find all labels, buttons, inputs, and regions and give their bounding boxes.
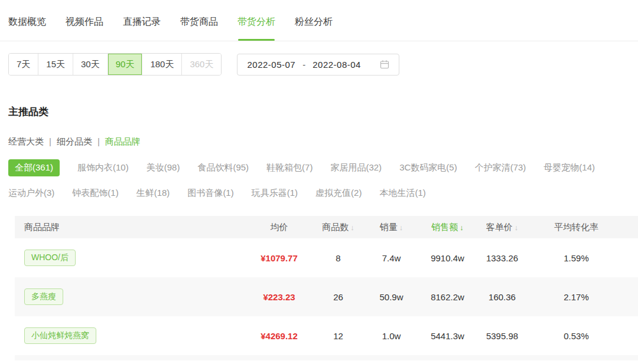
nav-tab[interactable]: 数据概览 (8, 16, 46, 41)
customer-price-cell: 5395.98 (476, 331, 529, 341)
table-row-partial (15, 355, 638, 360)
col-product-count-sort[interactable]: 商品数↓ (313, 222, 363, 233)
brand-cell: 多燕瘦 (15, 288, 245, 305)
nav-tab-label: 视频作品 (66, 17, 103, 27)
conversion-rate-cell: 1.59% (529, 253, 638, 263)
col-label: 均价 (271, 222, 288, 232)
table-row[interactable]: WHOO/后 ¥1079.77 8 7.4w 9910.4w 1333.26 1… (15, 238, 638, 277)
col-label: 商品数 (322, 222, 349, 232)
sales-volume-cell: 50.9w (363, 292, 419, 302)
sales-volume-cell: 1.0w (363, 331, 419, 341)
category-chip[interactable]: 鞋靴箱包(7) (266, 159, 313, 176)
product-count-cell: 12 (313, 331, 363, 341)
nav-tab-label: 直播记录 (123, 17, 161, 27)
category-chip[interactable]: 图书音像(1) (187, 185, 233, 202)
brand-chip[interactable]: WHOO/后 (24, 250, 76, 266)
day-range-button[interactable]: 30天 (73, 54, 108, 75)
dimension-subtab[interactable]: 经营大类 (8, 136, 44, 147)
sort-down-icon: ↓ (515, 223, 519, 232)
brand-cell: WHOO/后 (15, 250, 245, 266)
col-label: 平均转化率 (554, 222, 598, 232)
category-chip[interactable]: 个护家清(73) (475, 159, 526, 176)
category-chip[interactable]: 母婴宠物(14) (543, 159, 595, 176)
filter-toolbar: 7天15天30天90天180天360天 2022-05-07 - 2022-08… (8, 53, 638, 76)
day-range-button[interactable]: 360天 (182, 54, 221, 75)
nav-tab-label: 粉丝分析 (295, 17, 333, 27)
category-chip[interactable]: 运动户外(3) (8, 185, 54, 202)
col-label: 销售额 (431, 222, 458, 232)
conversion-rate-cell: 2.17% (529, 292, 638, 302)
col-label: 销量 (380, 222, 398, 232)
day-range-button[interactable]: 180天 (142, 54, 182, 75)
calendar-icon (380, 60, 389, 69)
category-chip[interactable]: 服饰内衣(10) (77, 159, 129, 176)
day-range-group: 7天15天30天90天180天360天 (8, 53, 222, 76)
category-chip[interactable]: 生鲜(18) (136, 185, 170, 202)
date-range-separator: - (302, 60, 305, 70)
sales-amount-cell: 9910.4w (419, 253, 476, 263)
avg-price-cell: ¥223.23 (245, 292, 313, 302)
brand-table: 商品品牌 均价 商品数↓ 销量↓ 销售额↓ 客单价↓ 平均转化率 WHOO/后 … (15, 216, 638, 360)
table-body: WHOO/后 ¥1079.77 8 7.4w 9910.4w 1333.26 1… (15, 238, 638, 355)
sales-amount-cell: 5441.3w (419, 331, 476, 341)
category-chip[interactable]: 虚拟充值(2) (315, 185, 362, 202)
day-range-button[interactable]: 90天 (108, 54, 143, 75)
category-chip[interactable]: 美妆(98) (147, 159, 180, 176)
col-customer-price-sort[interactable]: 客单价↓ (476, 222, 529, 233)
nav-tab[interactable]: 直播记录 (123, 16, 161, 41)
brand-chip[interactable]: 小仙炖鲜炖燕窝 (24, 327, 96, 344)
day-range-button[interactable]: 15天 (38, 54, 73, 75)
table-row[interactable]: 多燕瘦 ¥223.23 26 50.9w 8162.2w 160.36 2.17… (15, 277, 638, 316)
table-row[interactable]: 小仙炖鲜炖燕窝 ¥4269.12 12 1.0w 5441.3w 5395.98… (15, 316, 638, 355)
category-chip[interactable]: 家居用品(32) (330, 159, 382, 176)
nav-tab-label: 数据概览 (8, 17, 46, 27)
col-sales-amount-sort[interactable]: 销售额↓ (419, 222, 476, 233)
category-filter: 全部(361)服饰内衣(10)美妆(98)食品饮料(95)鞋靴箱包(7)家居用品… (8, 159, 638, 202)
customer-price-cell: 1333.26 (476, 253, 529, 263)
nav-tab-label: 带货商品 (180, 17, 218, 27)
brand-cell: 小仙炖鲜炖燕窝 (15, 327, 245, 344)
col-brand: 商品品牌 (15, 222, 245, 233)
sales-amount-cell: 8162.2w (419, 292, 476, 302)
col-avg-price: 均价 (245, 222, 313, 233)
product-count-cell: 8 (313, 253, 363, 263)
nav-tab[interactable]: 带货商品 (180, 16, 218, 41)
category-row: 运动户外(3)钟表配饰(1)生鲜(18)图书音像(1)玩具乐器(1)虚拟充值(2… (8, 185, 638, 202)
date-range-start: 2022-05-07 (247, 60, 295, 70)
nav-tab[interactable]: 粉丝分析 (295, 16, 333, 41)
category-chip[interactable]: 玩具乐器(1) (252, 185, 298, 202)
customer-price-cell: 160.36 (476, 292, 529, 302)
day-range-button[interactable]: 7天 (9, 54, 38, 75)
nav-tab[interactable]: 带货分析 (237, 16, 275, 41)
sort-down-icon: ↓ (399, 223, 403, 232)
avg-price-cell: ¥1079.77 (245, 253, 313, 263)
section-title: 主推品类 (8, 105, 638, 119)
dimension-subtabs: 经营大类细分品类商品品牌 (8, 136, 638, 147)
col-label: 客单价 (486, 222, 513, 232)
product-count-cell: 26 (313, 292, 363, 302)
category-chip[interactable]: 3C数码家电(5) (399, 159, 457, 176)
avg-price-cell: ¥4269.12 (245, 331, 313, 341)
date-range-end: 2022-08-04 (313, 60, 361, 70)
category-chip[interactable]: 全部(361) (8, 159, 60, 176)
sort-down-icon: ↓ (460, 223, 464, 232)
category-chip[interactable]: 本地生活(1) (379, 185, 425, 202)
col-label: 商品品牌 (24, 222, 60, 232)
dimension-subtab[interactable]: 细分品类 (44, 136, 92, 147)
sales-volume-cell: 7.4w (363, 253, 419, 263)
category-chip[interactable]: 钟表配饰(1) (72, 185, 118, 202)
category-chip[interactable]: 食品饮料(95) (197, 159, 249, 176)
col-sales-volume-sort[interactable]: 销量↓ (363, 222, 419, 233)
top-nav: 数据概览 视频作品 直播记录 带货商品 带货分析 粉丝分析 (0, 0, 638, 41)
nav-tab-label: 带货分析 (237, 17, 275, 27)
table-header: 商品品牌 均价 商品数↓ 销量↓ 销售额↓ 客单价↓ 平均转化率 (15, 216, 638, 238)
dimension-subtab[interactable]: 商品品牌 (92, 136, 141, 147)
category-row: 全部(361)服饰内衣(10)美妆(98)食品饮料(95)鞋靴箱包(7)家居用品… (8, 159, 638, 176)
nav-tab[interactable]: 视频作品 (66, 16, 103, 41)
conversion-rate-cell: 0.53% (529, 331, 638, 341)
brand-chip[interactable]: 多燕瘦 (24, 288, 63, 305)
date-range-picker[interactable]: 2022-05-07 - 2022-08-04 (237, 54, 399, 76)
sort-down-icon: ↓ (350, 223, 354, 232)
col-conversion-rate: 平均转化率 (529, 222, 638, 233)
